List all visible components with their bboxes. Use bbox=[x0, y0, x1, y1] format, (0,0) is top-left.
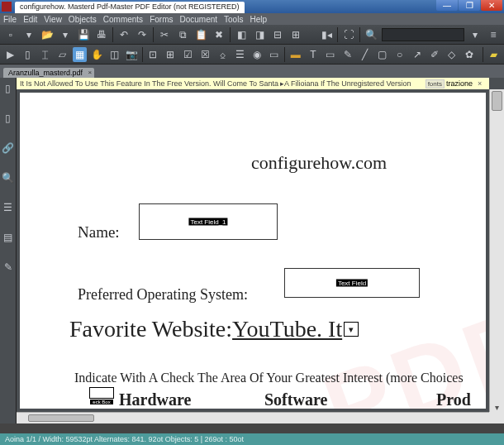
copy-icon[interactable]: ⧉ bbox=[175, 27, 190, 42]
zoom-fit-icon[interactable]: ⛶ bbox=[341, 27, 356, 42]
banner-close-icon[interactable]: × bbox=[478, 79, 486, 88]
sidebar-layers-icon[interactable]: ☰ bbox=[2, 202, 14, 213]
work-area: ▯ ▯ 🔗 🔍 ☰ ▤ ✎ It Is Not Allowed To Use T… bbox=[0, 78, 504, 423]
status-text: Aoina 1/1 / Width: 59532pt Alternates: 8… bbox=[5, 435, 244, 443]
menu-help[interactable]: Help bbox=[250, 15, 267, 24]
status-bar: Aoina 1/1 / Width: 59532pt Alternates: 8… bbox=[0, 433, 504, 445]
snapshot-icon[interactable]: 📷 bbox=[125, 47, 139, 62]
minimize-button[interactable]: — bbox=[436, 0, 458, 11]
tool-a-icon[interactable]: ◧ bbox=[234, 27, 249, 42]
sidebar-comment-icon[interactable]: ▤ bbox=[2, 232, 14, 243]
draw-a-icon[interactable]: ▭ bbox=[323, 47, 337, 62]
open-menu-icon[interactable]: ▾ bbox=[58, 27, 73, 42]
hl-icon[interactable]: ▬ bbox=[288, 47, 302, 62]
sidebar-bookmarks-icon[interactable]: ▯ bbox=[2, 112, 14, 124]
stamp-icon[interactable]: ✿ bbox=[462, 47, 476, 62]
hand-icon[interactable]: ✋ bbox=[90, 47, 104, 62]
redo-icon[interactable]: ↷ bbox=[135, 27, 150, 42]
nav-first-icon[interactable]: ▮◂ bbox=[319, 27, 334, 42]
tab-strip: Aranzulla_masterd.pdf × bbox=[0, 65, 504, 78]
search-menu-icon[interactable]: ▾ bbox=[468, 27, 483, 42]
banner-button-register[interactable]: trazione bbox=[446, 79, 473, 88]
chk2-icon[interactable]: ☒ bbox=[198, 47, 212, 62]
menu-file[interactable]: File bbox=[3, 15, 17, 24]
edit-form-icon[interactable]: ▱ bbox=[55, 47, 69, 62]
banner-button-fonts[interactable]: fonts bbox=[426, 79, 445, 89]
btn-icon[interactable]: ▭ bbox=[267, 47, 281, 62]
close-button[interactable]: ✕ bbox=[481, 0, 502, 11]
menu-forms[interactable]: Forms bbox=[150, 15, 173, 24]
draw-b-icon[interactable]: ✎ bbox=[340, 47, 354, 62]
check-box-field[interactable]: eck Box bbox=[89, 387, 114, 399]
erase-icon[interactable]: ◇ bbox=[445, 47, 459, 62]
title-bar[interactable]: configurehow. Masterd Pdf-Master PDF Edi… bbox=[0, 0, 504, 13]
sidebar-search-icon[interactable]: 🔍 bbox=[2, 172, 14, 184]
warning-banner: It Is Not Allowed To Use This Feature In… bbox=[17, 78, 489, 89]
label-prod: Prod bbox=[436, 390, 471, 409]
line-icon[interactable]: ╱ bbox=[358, 47, 372, 62]
circle-icon[interactable]: ○ bbox=[392, 47, 407, 62]
text-icon[interactable]: T bbox=[306, 47, 320, 62]
highlighter-icon[interactable]: ▰ bbox=[487, 47, 501, 62]
link-a-icon[interactable]: ⊡ bbox=[146, 47, 160, 62]
label-software: Software bbox=[264, 390, 327, 409]
form-edit-icon[interactable]: ▦ bbox=[73, 47, 87, 62]
print-icon[interactable]: 🖶 bbox=[94, 27, 109, 42]
vertical-scrollbar[interactable]: ▴ ▾ bbox=[489, 89, 504, 412]
maximize-button[interactable]: ❐ bbox=[459, 0, 480, 11]
text-field-2[interactable]: Text Field bbox=[284, 268, 420, 298]
cut-icon[interactable]: ✂ bbox=[157, 27, 172, 42]
menu-edit[interactable]: Edit bbox=[23, 15, 37, 24]
document-container: It Is Not Allowed To Use This Feature In… bbox=[17, 78, 504, 423]
undo-icon[interactable]: ↶ bbox=[116, 27, 131, 42]
horizontal-scroll-thumb[interactable] bbox=[28, 414, 94, 422]
new-menu-icon[interactable]: ▾ bbox=[21, 27, 36, 42]
new-icon[interactable]: ▫ bbox=[3, 27, 18, 42]
menu-objects[interactable]: Objects bbox=[69, 15, 97, 24]
search-icon[interactable]: 🔍 bbox=[364, 27, 378, 42]
tab-close-icon[interactable]: × bbox=[88, 69, 92, 76]
search-input[interactable] bbox=[382, 28, 464, 41]
banner-text-right: ▸A Filioiana If The Unregistered Version bbox=[280, 79, 411, 88]
pen-icon[interactable]: ✐ bbox=[427, 47, 441, 62]
tool-b-icon[interactable]: ◨ bbox=[252, 27, 267, 42]
label-indicate: Indicate With A Check The Area Of Your G… bbox=[74, 371, 464, 385]
delete-icon[interactable]: ✖ bbox=[212, 27, 226, 42]
horizontal-scrollbar[interactable] bbox=[17, 412, 489, 423]
tool-d-icon[interactable]: ⊞ bbox=[288, 27, 303, 42]
rect-icon[interactable]: ▢ bbox=[375, 47, 389, 62]
pdf-page[interactable]: PDF configurehow.com Name: Text Field_1 … bbox=[20, 93, 486, 409]
select-icon[interactable]: ◫ bbox=[107, 47, 121, 62]
vertical-scroll-thumb[interactable] bbox=[492, 91, 502, 111]
scroll-down-icon[interactable]: ▾ bbox=[490, 401, 504, 413]
list-icon[interactable]: ☰ bbox=[233, 47, 247, 62]
sidebar-sign-icon[interactable]: ✎ bbox=[2, 261, 14, 273]
text-field-1[interactable]: Text Field_1 bbox=[139, 203, 278, 240]
edit-doc-icon[interactable]: ▯ bbox=[21, 47, 35, 62]
arrow-icon[interactable]: ↗ bbox=[410, 47, 424, 62]
sidebar-attach-icon[interactable]: 🔗 bbox=[2, 142, 14, 154]
link-b-icon[interactable]: ⊞ bbox=[164, 47, 178, 62]
chk-icon[interactable]: ☑ bbox=[181, 47, 195, 62]
menu-comments[interactable]: Comments bbox=[103, 15, 143, 24]
menu-icon[interactable]: ≡ bbox=[486, 27, 501, 42]
radio-icon[interactable]: ◉ bbox=[250, 47, 264, 62]
toolbar-2: ▶ ▯ ⌶ ▱ ▦ ✋ ◫ 📷 ⊡ ⊞ ☑ ☒ ⎐ ☰ ◉ ▭ ▬ T ▭ ✎ … bbox=[0, 45, 504, 65]
menu-bar: File Edit View Objects Comments Forms Do… bbox=[0, 13, 504, 25]
menu-tools[interactable]: Tools bbox=[224, 15, 243, 24]
document-tab[interactable]: Aranzulla_masterd.pdf × bbox=[3, 68, 94, 78]
dropdown-icon[interactable]: ▾ bbox=[344, 322, 359, 337]
open-icon[interactable]: 📂 bbox=[40, 27, 55, 42]
paste-icon[interactable]: 📋 bbox=[193, 27, 208, 42]
tab-label: Aranzulla_masterd.pdf bbox=[8, 69, 83, 77]
align-icon[interactable]: ⎐ bbox=[216, 47, 230, 62]
edit-text-icon[interactable]: ⌶ bbox=[38, 47, 52, 62]
tool-c-icon[interactable]: ⊟ bbox=[270, 27, 285, 42]
menu-document[interactable]: Document bbox=[179, 15, 217, 24]
save-icon[interactable]: 💾 bbox=[76, 27, 91, 42]
label-hardware: Hardware bbox=[119, 390, 191, 409]
scroll-corner bbox=[489, 412, 504, 423]
sidebar-pages-icon[interactable]: ▯ bbox=[2, 83, 14, 94]
menu-view[interactable]: View bbox=[44, 15, 62, 24]
cursor-icon[interactable]: ▶ bbox=[3, 47, 17, 62]
